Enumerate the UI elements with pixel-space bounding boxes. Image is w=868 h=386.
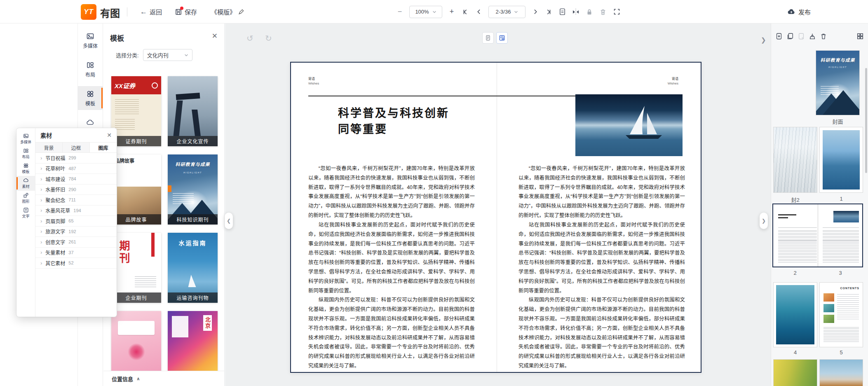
page-thumb-label[interactable]: 封2	[773, 196, 817, 204]
undo-icon[interactable]: ↺	[246, 33, 253, 43]
zoom-select[interactable]: 100%	[409, 6, 442, 18]
template-card-science[interactable]: 科研教育与成果 HIGHLIGHT 科技知识期刊	[168, 154, 218, 225]
pages-scrollbar[interactable]	[865, 68, 867, 173]
publish-button[interactable]: 发布	[787, 0, 811, 23]
template-card-shipping[interactable]: 水运指南 运输咨询刊物	[168, 233, 218, 303]
duplicate-page-icon[interactable]	[786, 33, 794, 40]
rail-item-templates[interactable]: 模板	[16, 161, 35, 176]
close-icon[interactable]: ✕	[107, 132, 112, 138]
grid-view-icon[interactable]	[856, 33, 864, 40]
page-select[interactable]: 2-3/36	[488, 6, 525, 18]
rail-item-media[interactable]: 多媒体	[16, 131, 35, 146]
category-count: 65	[68, 218, 73, 223]
tab-gallery[interactable]: 图库	[90, 143, 117, 152]
rail-item-templates[interactable]: 模板	[78, 86, 103, 110]
canvas-controls: − 100% + 2-3/36	[396, 0, 621, 23]
tab-borders[interactable]: 边框	[63, 143, 90, 152]
asset-category-row[interactable]: ›节日祝福299	[35, 153, 117, 164]
page-header-right[interactable]: 寄语 Wishes	[668, 77, 678, 86]
zoom-value: 100%	[415, 9, 429, 15]
asset-category-row[interactable]: ›水墨怀旧290	[35, 185, 117, 195]
asset-category-row[interactable]: ›页眉页脚65	[35, 216, 117, 227]
category-count: 37	[68, 250, 73, 255]
asset-category-row[interactable]: ›创意文字261	[35, 237, 117, 248]
template-card-brand[interactable]: 品牌故事 品牌故事	[111, 154, 161, 225]
asset-category-row[interactable]: ›其它素材52	[35, 258, 117, 269]
lock-icon[interactable]	[585, 8, 594, 16]
assets-floating-window: 多媒体 布局 模板 素材 图形 文字 素材 ✕ 背景 边框	[16, 128, 117, 317]
rail-label: 模板	[85, 100, 95, 107]
page-thumb-label[interactable]: 4	[773, 349, 817, 356]
page-thumb-label[interactable]: 2	[772, 270, 818, 276]
template-card-corporate[interactable]: 企业文化宣传	[168, 76, 218, 146]
rail-item-media[interactable]: 多媒体	[78, 28, 103, 52]
collapse-right-panel-button[interactable]: ❯	[760, 213, 768, 229]
page-thumb-cover[interactable]: 科研教育与成果 HIGHLIGHT	[816, 50, 860, 115]
template-card-securities[interactable]: XX证券 证券期刊	[111, 76, 161, 146]
first-page-button[interactable]	[461, 8, 469, 16]
collapse-left-panel-button[interactable]: ❮	[225, 213, 233, 229]
pages-panel: 科研教育与成果 HIGHLIGHT 封面 封2 1 2 3 CONTENTS 4…	[771, 23, 868, 386]
article-title[interactable]: 科学普及与科技创新 同等重要	[338, 105, 449, 138]
page-thumb-label[interactable]: 1	[819, 196, 863, 202]
rail-item-assets[interactable]: 素材	[16, 176, 35, 191]
paragraph: “忽如一夜春风来，千树万树梨花开”，建国70年来，特别是改革开放以来，随着我国经…	[308, 164, 475, 220]
page-thumb-label[interactable]: 3	[818, 270, 863, 276]
zoom-in-button[interactable]: +	[448, 8, 456, 16]
asset-category-row[interactable]: ›花草树叶487	[35, 164, 117, 174]
category-count: 784	[68, 176, 76, 181]
page-header-left[interactable]: 寄语 Wishes	[308, 77, 319, 86]
template-card-journal[interactable]: 期刊 企业期刊	[111, 233, 161, 303]
rail-item-layout[interactable]: 布局	[78, 57, 103, 81]
tab-backgrounds[interactable]: 背景	[35, 143, 63, 152]
clear-page-icon[interactable]	[809, 33, 816, 40]
page-thumb-spread-2-3-selected[interactable]	[772, 204, 863, 267]
page-thumb-6[interactable]	[773, 359, 817, 386]
page-thumb-5-contents[interactable]: CONTENTS	[819, 282, 863, 347]
asset-category-row[interactable]: ›聚会纪念711	[35, 195, 117, 206]
page-thumb-4[interactable]	[773, 282, 817, 347]
prev-page-button[interactable]	[475, 8, 483, 16]
body-text-right[interactable]: “忽如一夜春风来，千树万树梨花开”，建国70年来，特别是改革开放以来，随着我国经…	[518, 164, 685, 371]
mirror-flip-icon[interactable]	[572, 8, 580, 16]
spread-view-button[interactable]	[496, 32, 508, 44]
page-thumb-label[interactable]: 封面	[816, 117, 860, 125]
category-select[interactable]: 文化内刊	[143, 49, 192, 61]
document-spread[interactable]: 寄语 Wishes 寄语 Wishes 科学普及与科技创新 同等重要 “忽如一夜…	[290, 62, 701, 373]
edit-pencil-icon[interactable]	[238, 9, 244, 15]
back-button[interactable]: ← 返回	[140, 0, 162, 23]
document-title[interactable]: 《模版》	[211, 0, 244, 23]
page-overview-icon[interactable]	[558, 8, 566, 16]
close-icon[interactable]: ✕	[212, 32, 218, 40]
sailboat-image[interactable]	[575, 94, 683, 156]
add-page-icon[interactable]	[775, 33, 783, 40]
asset-category-row[interactable]: ›水墨风花草194	[35, 206, 117, 216]
fullscreen-icon[interactable]	[612, 8, 621, 16]
zoom-out-button[interactable]: −	[396, 8, 404, 16]
redo-icon[interactable]: ↻	[265, 33, 272, 43]
page-thumb-7[interactable]	[819, 359, 863, 386]
paste-page-icon[interactable]	[798, 33, 805, 40]
save-button[interactable]: 保存	[175, 0, 197, 23]
expand-pages-panel-button[interactable]: ❯	[761, 36, 766, 44]
app-logo[interactable]: YT	[81, 4, 96, 20]
divider	[127, 7, 127, 16]
rail-item-text[interactable]: 文字	[16, 206, 35, 220]
asset-category-row[interactable]: ›旅游文字192	[35, 227, 117, 237]
page-thumb-inside-cover[interactable]	[773, 127, 817, 193]
delete-page-icon[interactable]	[820, 33, 827, 40]
assets-tabs: 背景 边框 图库	[35, 142, 117, 153]
single-page-view-button[interactable]	[482, 32, 494, 44]
page-thumb-label[interactable]: 5	[819, 349, 863, 356]
editor-canvas[interactable]: ↺ ↻ 寄语 Wishes 寄语 Wishes 科学普及与科技创新 同等重要	[225, 23, 771, 386]
rail-item-shapes[interactable]: 图形	[16, 191, 35, 206]
position-info-toggle[interactable]: 位置信息 ∧	[103, 371, 224, 386]
asset-category-row[interactable]: ›城市建设784	[35, 174, 117, 185]
page-thumb-1[interactable]	[819, 127, 863, 193]
body-text-left[interactable]: “忽如一夜春风来，千树万树梨花开”，建国70年来，特别是改革开放以来，随着我国经…	[308, 164, 475, 371]
last-page-button[interactable]	[544, 8, 553, 16]
next-page-button[interactable]	[531, 8, 539, 16]
delete-trash-icon[interactable]	[599, 8, 607, 16]
asset-category-row[interactable]: ›矢量素材37	[35, 248, 117, 258]
rail-item-layout[interactable]: 布局	[16, 146, 35, 161]
